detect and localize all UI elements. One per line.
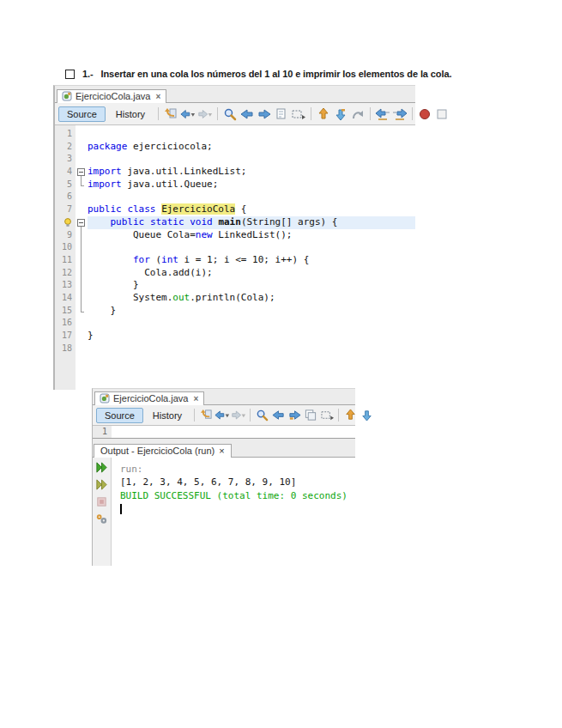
line-number: 5 <box>55 179 76 191</box>
output-content[interactable]: run:[1, 2, 3, 4, 5, 6, 7, 8, 9, 10]BUILD… <box>112 458 355 566</box>
toolbar-separator <box>158 107 159 120</box>
java-file-icon <box>62 91 72 101</box>
next-occurrence-icon[interactable] <box>333 106 348 121</box>
tab-output-run[interactable]: Output - EjercicioCola (run) × <box>94 444 232 458</box>
task-number: 1.- <box>82 69 94 79</box>
toolbar-separator <box>250 409 251 422</box>
tab-title: EjercicioCola.java <box>113 393 188 403</box>
toolbar-separator <box>338 409 339 422</box>
rectangular-selection-icon[interactable] <box>319 408 335 422</box>
stop-macro-icon[interactable] <box>434 106 450 121</box>
line-number: 11 <box>55 254 76 267</box>
output-line: BUILD SUCCESSFUL (total time: 0 seconds) <box>120 489 355 502</box>
code-text <box>88 128 415 141</box>
fold-gutter <box>76 279 88 292</box>
shift-left-icon[interactable] <box>375 106 390 121</box>
previous-occurrence-icon[interactable] <box>316 106 331 121</box>
stop-icon[interactable] <box>95 494 109 508</box>
code-text: } <box>88 330 415 343</box>
clipboard-history-icon[interactable] <box>303 408 318 422</box>
fold-gutter <box>76 153 88 166</box>
code-line: 1 <box>55 128 415 141</box>
fold-gutter <box>76 254 88 267</box>
ide-output-window: EjercicioCola.java × Source History 1 Ou… <box>92 388 355 566</box>
rerun-icon[interactable] <box>95 460 109 474</box>
java-file-icon <box>100 393 110 403</box>
code-line: 10 <box>55 241 415 254</box>
fold-gutter <box>76 292 88 305</box>
code-line: public static void main(String[] args) { <box>55 216 415 229</box>
fold-toggle[interactable] <box>76 216 88 229</box>
fold-gutter <box>76 317 88 330</box>
back-icon[interactable] <box>180 106 196 121</box>
close-icon[interactable]: × <box>193 394 198 403</box>
checkbox-icon <box>65 70 75 79</box>
fold-gutter <box>76 179 88 191</box>
line-number: 17 <box>55 330 76 343</box>
forward-icon[interactable] <box>231 408 246 422</box>
last-edit-icon[interactable] <box>163 106 178 121</box>
output-line: [1, 2, 3, 4, 5, 6, 7, 8, 9, 10] <box>120 476 355 488</box>
source-button-2[interactable]: Source <box>96 408 143 423</box>
code-editor-rows: 12package ejerciciocola;34import java.ut… <box>55 128 415 355</box>
line-number: 4 <box>55 166 76 179</box>
line-number: 13 <box>55 279 76 292</box>
next-occurrence-icon[interactable] <box>359 408 374 422</box>
tab-ejerciciocola-java-2[interactable]: EjercicioCola.java × <box>94 391 204 405</box>
fold-gutter <box>76 229 88 242</box>
code-line: 17} <box>55 330 415 343</box>
previous-occurrence-icon[interactable] <box>342 408 358 422</box>
find-previous-icon[interactable] <box>270 408 286 422</box>
editor-strip[interactable]: 1 <box>93 426 355 438</box>
source-button[interactable]: Source <box>58 106 106 122</box>
toolbar-separator <box>412 107 413 120</box>
rerun-alt-icon[interactable] <box>95 477 109 491</box>
rectangular-selection-icon[interactable] <box>291 106 306 121</box>
fold-toggle[interactable] <box>76 166 88 179</box>
fold-gutter <box>76 191 88 203</box>
toolbar-separator <box>311 107 311 120</box>
close-icon[interactable]: × <box>155 92 160 101</box>
code-editor[interactable]: 12package ejerciciocola;34import java.ut… <box>55 125 415 390</box>
record-macro-icon[interactable] <box>417 106 432 121</box>
last-edit-icon[interactable] <box>198 408 214 422</box>
code-text: Queue Cola=new LinkedList(); <box>88 229 415 242</box>
code-text: } <box>88 279 415 292</box>
output-line: run: <box>120 463 355 476</box>
line-number: 2 <box>55 141 76 154</box>
history-button[interactable]: History <box>107 106 154 122</box>
code-line: 9 Queue Cola=new LinkedList(); <box>55 229 415 242</box>
settings-icon[interactable] <box>95 512 109 525</box>
line-number: 9 <box>55 229 76 242</box>
find-selection-icon[interactable] <box>254 408 269 422</box>
shift-right-icon[interactable] <box>392 106 408 121</box>
ide-editor-window: EjercicioCola.java × Source History 12pa… <box>53 85 415 390</box>
fold-gutter <box>76 141 88 154</box>
find-previous-icon[interactable] <box>239 106 255 121</box>
code-line: 6 <box>55 191 415 203</box>
toolbar-separator <box>370 107 371 120</box>
code-line: 7public class EjercicioCola { <box>55 203 415 216</box>
fold-gutter <box>76 343 88 355</box>
toggle-highlight-icon[interactable] <box>274 106 289 121</box>
code-line: 4import java.util.LinkedList; <box>55 166 415 179</box>
back-icon[interactable] <box>215 408 230 422</box>
line-number: 3 <box>55 153 76 166</box>
forward-icon[interactable] <box>197 106 213 121</box>
text-caret <box>120 504 122 514</box>
task-line: 1.- Insertar en una cola los números del… <box>65 69 451 79</box>
toggle-bookmark-icon[interactable] <box>350 106 366 121</box>
tab-ejerciciocola-java[interactable]: EjercicioCola.java × <box>57 89 166 103</box>
history-button-2[interactable]: History <box>144 408 190 423</box>
hint-bulb-icon[interactable] <box>55 216 76 229</box>
fold-gutter <box>76 330 88 343</box>
line-number: 15 <box>55 305 76 318</box>
find-next-icon[interactable] <box>287 408 302 422</box>
find-next-icon[interactable] <box>257 106 272 121</box>
code-line: 14 System.out.println(Cola); <box>55 292 415 305</box>
code-line: 12 Cola.add(i); <box>55 267 415 280</box>
find-selection-icon[interactable] <box>222 106 238 121</box>
line-number: 7 <box>55 203 76 216</box>
close-icon[interactable]: × <box>219 446 224 456</box>
code-text <box>88 343 415 355</box>
